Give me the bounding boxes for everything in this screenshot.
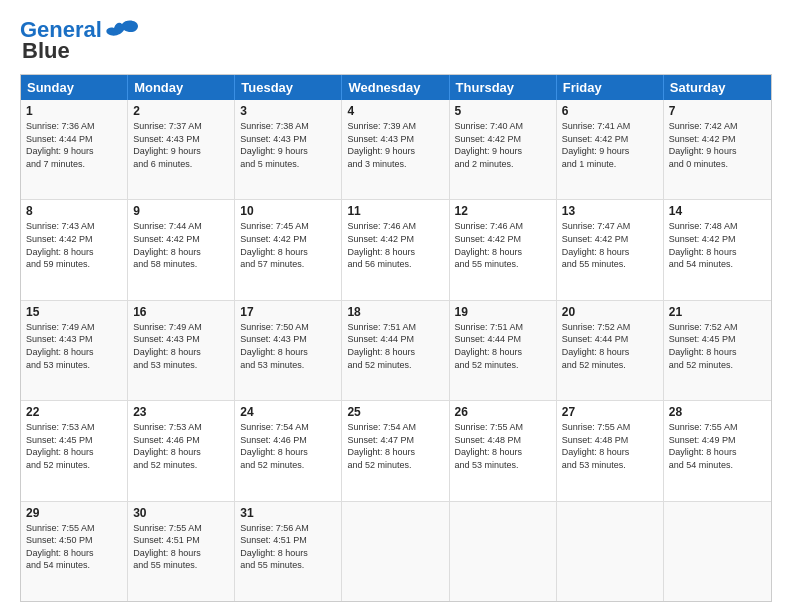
day-number: 28: [669, 405, 766, 419]
day-number: 6: [562, 104, 658, 118]
calendar-cell: 20Sunrise: 7:52 AMSunset: 4:44 PMDayligh…: [557, 301, 664, 400]
day-number: 11: [347, 204, 443, 218]
day-number: 4: [347, 104, 443, 118]
calendar-cell: 4Sunrise: 7:39 AMSunset: 4:43 PMDaylight…: [342, 100, 449, 199]
calendar-cell: 19Sunrise: 7:51 AMSunset: 4:44 PMDayligh…: [450, 301, 557, 400]
day-number: 15: [26, 305, 122, 319]
calendar-row: 29Sunrise: 7:55 AMSunset: 4:50 PMDayligh…: [21, 501, 771, 601]
day-number: 7: [669, 104, 766, 118]
cell-sun-info: Sunrise: 7:54 AMSunset: 4:47 PMDaylight:…: [347, 421, 443, 471]
calendar-cell: 31Sunrise: 7:56 AMSunset: 4:51 PMDayligh…: [235, 502, 342, 601]
cell-sun-info: Sunrise: 7:45 AMSunset: 4:42 PMDaylight:…: [240, 220, 336, 270]
calendar-row: 8Sunrise: 7:43 AMSunset: 4:42 PMDaylight…: [21, 199, 771, 299]
calendar-row: 15Sunrise: 7:49 AMSunset: 4:43 PMDayligh…: [21, 300, 771, 400]
cell-sun-info: Sunrise: 7:55 AMSunset: 4:48 PMDaylight:…: [455, 421, 551, 471]
calendar-cell: 10Sunrise: 7:45 AMSunset: 4:42 PMDayligh…: [235, 200, 342, 299]
calendar-row: 1Sunrise: 7:36 AMSunset: 4:44 PMDaylight…: [21, 100, 771, 199]
cell-sun-info: Sunrise: 7:52 AMSunset: 4:44 PMDaylight:…: [562, 321, 658, 371]
day-number: 8: [26, 204, 122, 218]
calendar-cell: 12Sunrise: 7:46 AMSunset: 4:42 PMDayligh…: [450, 200, 557, 299]
day-number: 12: [455, 204, 551, 218]
day-number: 21: [669, 305, 766, 319]
calendar-cell: 6Sunrise: 7:41 AMSunset: 4:42 PMDaylight…: [557, 100, 664, 199]
cell-sun-info: Sunrise: 7:46 AMSunset: 4:42 PMDaylight:…: [347, 220, 443, 270]
day-number: 3: [240, 104, 336, 118]
cell-sun-info: Sunrise: 7:55 AMSunset: 4:51 PMDaylight:…: [133, 522, 229, 572]
day-number: 18: [347, 305, 443, 319]
calendar-cell: 28Sunrise: 7:55 AMSunset: 4:49 PMDayligh…: [664, 401, 771, 500]
cell-sun-info: Sunrise: 7:37 AMSunset: 4:43 PMDaylight:…: [133, 120, 229, 170]
calendar: SundayMondayTuesdayWednesdayThursdayFrid…: [20, 74, 772, 602]
calendar-cell: [342, 502, 449, 601]
cell-sun-info: Sunrise: 7:53 AMSunset: 4:45 PMDaylight:…: [26, 421, 122, 471]
day-number: 31: [240, 506, 336, 520]
calendar-header-cell: Wednesday: [342, 75, 449, 100]
calendar-cell: 27Sunrise: 7:55 AMSunset: 4:48 PMDayligh…: [557, 401, 664, 500]
calendar-row: 22Sunrise: 7:53 AMSunset: 4:45 PMDayligh…: [21, 400, 771, 500]
cell-sun-info: Sunrise: 7:51 AMSunset: 4:44 PMDaylight:…: [455, 321, 551, 371]
calendar-cell: [450, 502, 557, 601]
logo-bird-icon: [104, 16, 140, 44]
calendar-header-cell: Tuesday: [235, 75, 342, 100]
day-number: 25: [347, 405, 443, 419]
calendar-cell: 26Sunrise: 7:55 AMSunset: 4:48 PMDayligh…: [450, 401, 557, 500]
calendar-cell: 16Sunrise: 7:49 AMSunset: 4:43 PMDayligh…: [128, 301, 235, 400]
calendar-cell: 11Sunrise: 7:46 AMSunset: 4:42 PMDayligh…: [342, 200, 449, 299]
day-number: 13: [562, 204, 658, 218]
cell-sun-info: Sunrise: 7:44 AMSunset: 4:42 PMDaylight:…: [133, 220, 229, 270]
calendar-cell: 22Sunrise: 7:53 AMSunset: 4:45 PMDayligh…: [21, 401, 128, 500]
cell-sun-info: Sunrise: 7:54 AMSunset: 4:46 PMDaylight:…: [240, 421, 336, 471]
cell-sun-info: Sunrise: 7:55 AMSunset: 4:50 PMDaylight:…: [26, 522, 122, 572]
cell-sun-info: Sunrise: 7:41 AMSunset: 4:42 PMDaylight:…: [562, 120, 658, 170]
cell-sun-info: Sunrise: 7:51 AMSunset: 4:44 PMDaylight:…: [347, 321, 443, 371]
cell-sun-info: Sunrise: 7:53 AMSunset: 4:46 PMDaylight:…: [133, 421, 229, 471]
day-number: 20: [562, 305, 658, 319]
day-number: 5: [455, 104, 551, 118]
cell-sun-info: Sunrise: 7:49 AMSunset: 4:43 PMDaylight:…: [26, 321, 122, 371]
logo: General Blue: [20, 16, 140, 64]
calendar-cell: 5Sunrise: 7:40 AMSunset: 4:42 PMDaylight…: [450, 100, 557, 199]
page: General Blue SundayMondayTuesdayWednesda…: [0, 0, 792, 612]
calendar-cell: 7Sunrise: 7:42 AMSunset: 4:42 PMDaylight…: [664, 100, 771, 199]
calendar-cell: 15Sunrise: 7:49 AMSunset: 4:43 PMDayligh…: [21, 301, 128, 400]
cell-sun-info: Sunrise: 7:40 AMSunset: 4:42 PMDaylight:…: [455, 120, 551, 170]
calendar-cell: 9Sunrise: 7:44 AMSunset: 4:42 PMDaylight…: [128, 200, 235, 299]
calendar-cell: 21Sunrise: 7:52 AMSunset: 4:45 PMDayligh…: [664, 301, 771, 400]
calendar-cell: 2Sunrise: 7:37 AMSunset: 4:43 PMDaylight…: [128, 100, 235, 199]
calendar-cell: 24Sunrise: 7:54 AMSunset: 4:46 PMDayligh…: [235, 401, 342, 500]
day-number: 22: [26, 405, 122, 419]
calendar-body: 1Sunrise: 7:36 AMSunset: 4:44 PMDaylight…: [21, 100, 771, 601]
day-number: 1: [26, 104, 122, 118]
cell-sun-info: Sunrise: 7:43 AMSunset: 4:42 PMDaylight:…: [26, 220, 122, 270]
calendar-cell: 13Sunrise: 7:47 AMSunset: 4:42 PMDayligh…: [557, 200, 664, 299]
day-number: 27: [562, 405, 658, 419]
day-number: 26: [455, 405, 551, 419]
calendar-cell: 8Sunrise: 7:43 AMSunset: 4:42 PMDaylight…: [21, 200, 128, 299]
calendar-header-cell: Monday: [128, 75, 235, 100]
cell-sun-info: Sunrise: 7:47 AMSunset: 4:42 PMDaylight:…: [562, 220, 658, 270]
day-number: 24: [240, 405, 336, 419]
cell-sun-info: Sunrise: 7:55 AMSunset: 4:49 PMDaylight:…: [669, 421, 766, 471]
day-number: 17: [240, 305, 336, 319]
day-number: 19: [455, 305, 551, 319]
calendar-cell: 18Sunrise: 7:51 AMSunset: 4:44 PMDayligh…: [342, 301, 449, 400]
day-number: 10: [240, 204, 336, 218]
calendar-cell: [557, 502, 664, 601]
calendar-cell: 17Sunrise: 7:50 AMSunset: 4:43 PMDayligh…: [235, 301, 342, 400]
calendar-header-cell: Friday: [557, 75, 664, 100]
day-number: 2: [133, 104, 229, 118]
cell-sun-info: Sunrise: 7:39 AMSunset: 4:43 PMDaylight:…: [347, 120, 443, 170]
cell-sun-info: Sunrise: 7:55 AMSunset: 4:48 PMDaylight:…: [562, 421, 658, 471]
day-number: 9: [133, 204, 229, 218]
day-number: 30: [133, 506, 229, 520]
calendar-cell: 25Sunrise: 7:54 AMSunset: 4:47 PMDayligh…: [342, 401, 449, 500]
calendar-cell: 29Sunrise: 7:55 AMSunset: 4:50 PMDayligh…: [21, 502, 128, 601]
calendar-cell: 3Sunrise: 7:38 AMSunset: 4:43 PMDaylight…: [235, 100, 342, 199]
cell-sun-info: Sunrise: 7:38 AMSunset: 4:43 PMDaylight:…: [240, 120, 336, 170]
cell-sun-info: Sunrise: 7:48 AMSunset: 4:42 PMDaylight:…: [669, 220, 766, 270]
header: General Blue: [20, 16, 772, 64]
calendar-header-cell: Saturday: [664, 75, 771, 100]
calendar-header-cell: Thursday: [450, 75, 557, 100]
calendar-header-cell: Sunday: [21, 75, 128, 100]
calendar-cell: 14Sunrise: 7:48 AMSunset: 4:42 PMDayligh…: [664, 200, 771, 299]
